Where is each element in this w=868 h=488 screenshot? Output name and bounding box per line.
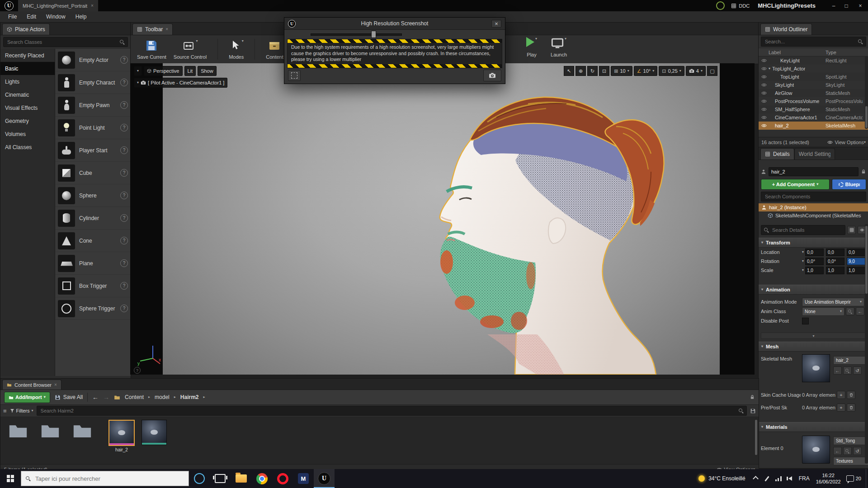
viewport[interactable]: ▾ Perspective Lit Show ▾ [ Pilot Active … (130, 63, 755, 375)
tab-world-settings[interactable]: World Settings (794, 148, 835, 160)
column-type[interactable]: Type (826, 50, 836, 55)
search-components-box[interactable] (761, 192, 866, 202)
multiplier-slider-handle[interactable] (371, 31, 376, 38)
search-classes-input[interactable] (6, 39, 118, 45)
file-explorer-button[interactable] (231, 469, 251, 488)
outliner-row[interactable]: CineCameraActor1 CineCameraActor (759, 113, 868, 122)
place-actor-sphere[interactable]: Sphere? (55, 184, 131, 207)
place-actor-player-start[interactable]: Player Start? (55, 139, 131, 162)
place-actor-sphere-trigger[interactable]: Sphere Trigger? (55, 297, 131, 320)
scale-snap-control[interactable]: ⊡ 0,25 ▾ (659, 66, 684, 76)
folder-tile[interactable] (70, 420, 95, 442)
place-actor-cone[interactable]: Cone? (55, 230, 131, 252)
perspective-button[interactable]: Perspective (144, 66, 182, 76)
tab-world-outliner[interactable]: World Outliner (760, 23, 812, 35)
place-actor-plane[interactable]: Plane? (55, 252, 131, 275)
tray-expand-button[interactable] (750, 469, 762, 488)
help-icon[interactable]: ? (120, 146, 128, 154)
outliner-row[interactable]: ▾ TopLight_Actor (759, 65, 868, 73)
help-icon[interactable]: ? (120, 192, 128, 199)
back-button[interactable]: ← (92, 394, 99, 401)
modes-button[interactable]: ▾ Modes (229, 39, 244, 60)
breadcrumb-content[interactable]: Content (125, 394, 144, 400)
skeletal-mesh-dropdown[interactable]: hair_2 ▾ (833, 356, 868, 365)
asset-thumbnail[interactable] (142, 420, 167, 445)
path-folder-icon[interactable] (114, 394, 120, 400)
menu-file[interactable]: File (4, 11, 21, 22)
filters-button[interactable]: Filters ▾ (10, 408, 33, 413)
visibility-eye-icon[interactable] (761, 115, 767, 120)
taskbar-search-box[interactable] (21, 471, 189, 486)
help-icon[interactable]: ? (120, 169, 128, 177)
chevron-down-icon[interactable]: ▾ (565, 37, 566, 41)
pilot-indicator[interactable]: ▾ [ Pilot Active - CineCameraActor1 ] (134, 78, 227, 88)
add-component-button[interactable]: + Add Component ▾ (761, 179, 830, 190)
category-all-classes[interactable]: All Classes (0, 141, 55, 154)
multiplier-slider[interactable] (311, 33, 402, 36)
lock-icon[interactable] (750, 394, 755, 400)
clock[interactable]: 16:22 16/06/2022 (812, 472, 844, 485)
rotation-z-field[interactable]: 9,0 (847, 258, 865, 265)
visibility-eye-icon[interactable] (761, 58, 767, 63)
details-scrollbar[interactable] (865, 224, 868, 464)
opera-button[interactable] (272, 469, 293, 488)
place-actor-point-light[interactable]: Point Light? (55, 117, 131, 139)
add-element-button[interactable]: + (837, 404, 845, 412)
chrome-button[interactable] (251, 469, 272, 488)
outliner-row[interactable]: PostProcessVolume PostProcessVolume (759, 97, 868, 105)
help-icon[interactable]: ? (120, 237, 128, 244)
anim-class-use-selected-button[interactable]: ← (856, 307, 864, 315)
location-z-field[interactable]: 0,0 (847, 249, 865, 256)
tray-network-button[interactable] (773, 469, 784, 488)
place-actor-empty-actor[interactable]: Empty Actor? (55, 49, 131, 71)
section-materials[interactable]: ▾ Materials (759, 422, 868, 432)
capture-region-button[interactable] (288, 70, 301, 81)
chevron-down-icon[interactable]: ▾ (242, 39, 244, 43)
tab-toolbar[interactable]: Toolbar × (132, 23, 173, 35)
chevron-down-icon[interactable]: ▾ (802, 259, 804, 263)
rotation-x-field[interactable]: 0,0° (805, 258, 824, 265)
breadcrumb-hairm2[interactable]: Hairm2 (180, 394, 199, 400)
chevron-down-icon[interactable]: ▾ (802, 268, 804, 272)
expander-icon[interactable]: ▾ (769, 67, 770, 70)
details-display-grid-button[interactable] (847, 226, 856, 234)
category-lights[interactable]: Lights (0, 75, 55, 88)
place-actor-empty-character[interactable]: Empty Charact? (55, 71, 131, 94)
outliner-row[interactable]: SkyLight SkyLight (759, 81, 868, 89)
tab-details[interactable]: Details (760, 148, 794, 160)
chevron-down-icon[interactable]: ▾ (196, 39, 198, 43)
delete-elements-button[interactable] (847, 391, 855, 399)
delete-elements-button[interactable] (847, 404, 855, 412)
action-center-button[interactable]: 20 (844, 475, 866, 482)
breadcrumb-model[interactable]: model (155, 394, 170, 400)
blueprint-button[interactable]: Blueprint (832, 179, 866, 190)
tab-place-actors[interactable]: Place Actors (2, 23, 50, 35)
menu-window[interactable]: Window (42, 11, 70, 22)
section-transform[interactable]: ▾ Transform (759, 238, 868, 248)
tray-pen-button[interactable] (762, 469, 773, 488)
section-animation[interactable]: ▾ Animation (759, 285, 868, 295)
take-screenshot-button[interactable] (483, 70, 501, 81)
asset-tile-selected[interactable]: hair_2 (108, 420, 135, 452)
launch-button[interactable]: ▾ Launch (551, 37, 567, 57)
scale-y-field[interactable]: 1,0 (826, 267, 844, 274)
search-details-input[interactable] (771, 227, 842, 233)
weather-widget[interactable]: 34°C Ensoleillé (694, 475, 750, 482)
place-actor-cube[interactable]: Cube? (55, 162, 131, 184)
tool-move[interactable]: ⊕ (576, 66, 586, 76)
category-volumes[interactable]: Volumes (0, 127, 55, 141)
unreal-engine-button[interactable]: U (314, 469, 335, 488)
visibility-eye-icon[interactable] (761, 82, 767, 88)
search-details-box[interactable] (761, 225, 845, 235)
category-visual-effects[interactable]: Visual Effects (0, 101, 55, 114)
assets-scrollbar[interactable] (755, 419, 758, 456)
disable-post-checkbox[interactable] (802, 318, 809, 324)
skeletal-mesh-thumbnail[interactable] (802, 354, 830, 382)
tool-scale[interactable]: ⊡ (599, 66, 609, 76)
reset-asset-button[interactable]: ↺ (853, 447, 862, 455)
search-assets-box[interactable] (37, 406, 747, 416)
viewport-options-button[interactable]: ▾ (134, 66, 142, 76)
visibility-eye-icon[interactable] (761, 123, 767, 128)
start-button[interactable] (0, 469, 21, 488)
lit-button[interactable]: Lit (184, 66, 196, 76)
